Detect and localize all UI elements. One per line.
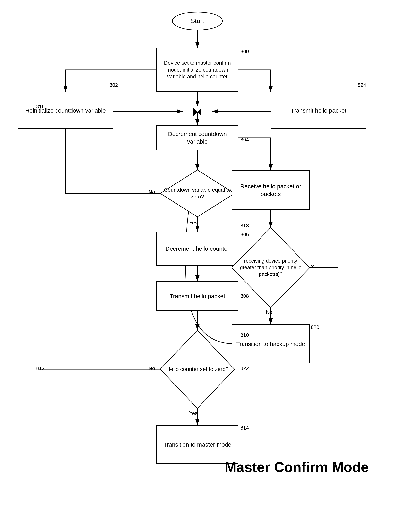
node-802: Reinitialize countdown variable (18, 92, 113, 129)
diamond-priority-label: receiving device priority greater than p… (236, 258, 306, 278)
label-yes-countdown: Yes (189, 220, 197, 226)
node-824-label: Transmit hello packet (291, 107, 346, 114)
node-808-label: Transmit hello packet (170, 292, 225, 300)
bowtie-icon (193, 108, 201, 116)
start-label: Start (191, 17, 204, 25)
ref-808: 808 (240, 293, 249, 299)
ref-822: 822 (240, 365, 249, 371)
merge-point (193, 108, 201, 116)
ref-824: 824 (358, 82, 366, 88)
node-receive: Receive hello packet or packets (232, 170, 310, 210)
flowchart: Start Device set to master confirm mode;… (0, 0, 402, 532)
ref-816: 816 (36, 104, 45, 110)
node-814: Transition to master mode (156, 425, 238, 464)
label-yes-priority: Yes (311, 264, 319, 270)
node-820-label: Transition to backup mode (236, 340, 305, 348)
ref-810: 810 (240, 332, 249, 338)
label-no-countdown: No (148, 189, 155, 195)
label-no-priority: No (266, 309, 272, 315)
ref-812: 812 (36, 365, 45, 371)
ref-820: 820 (311, 324, 319, 330)
ref-804: 804 (240, 137, 249, 143)
node-decrement-label: Decrement countdown variable (159, 130, 236, 145)
ref-800: 800 (240, 48, 249, 55)
label-no-hello: No (148, 365, 155, 371)
diamond-hello: Hello counter set to zero? (160, 330, 235, 408)
node-decrement: Decrement countdown variable (156, 125, 238, 151)
node-800: Device set to master confirm mode; initi… (156, 48, 238, 92)
node-824: Transmit hello packet (271, 92, 366, 129)
node-806: Decrement hello counter (156, 232, 238, 266)
node-806-label: Decrement hello counter (166, 245, 230, 253)
diamond-hello-label: Hello counter set to zero? (166, 366, 229, 373)
node-820: Transition to backup mode (232, 324, 310, 363)
svg-marker-27 (197, 108, 201, 116)
page-title: Master Confirm Mode (225, 459, 369, 475)
svg-marker-26 (193, 108, 197, 116)
node-808: Transmit hello packet (156, 281, 238, 311)
diamond-countdown: Countdown variable equal to zero? (160, 170, 235, 217)
diamond-countdown-label: Countdown variable equal to zero? (162, 187, 233, 200)
ref-814: 814 (240, 425, 249, 431)
node-814-label: Transition to master mode (163, 441, 231, 448)
ref-802: 802 (109, 82, 118, 88)
ref-818: 818 (240, 223, 249, 229)
node-800-label: Device set to master confirm mode; initi… (159, 60, 236, 80)
start-node: Start (172, 12, 223, 30)
diamond-countdown-text: Countdown variable equal to zero? (160, 170, 235, 217)
diamond-hello-text: Hello counter set to zero? (160, 330, 235, 408)
node-receive-label: Receive hello packet or packets (234, 183, 307, 198)
label-yes-hello: Yes (189, 410, 197, 416)
